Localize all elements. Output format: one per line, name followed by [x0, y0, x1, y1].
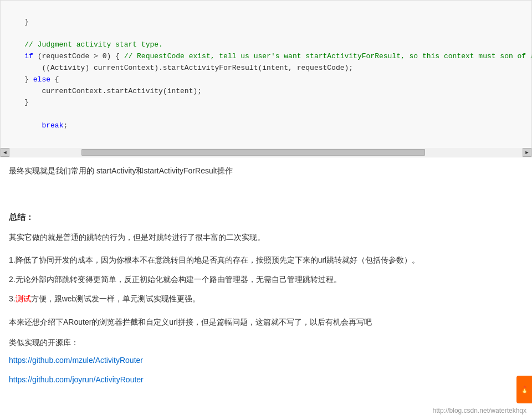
- scroll-thumb[interactable]: [81, 149, 425, 156]
- open-source-label: 类似实现的开源库：: [9, 338, 523, 348]
- code-block: } // Judgment activity start type. if (r…: [1, 1, 531, 148]
- code-section: } // Judgment activity start type. if (r…: [0, 0, 532, 157]
- point-1: 1.降低了协同开发的成本，因为你根本不在意跳转目的地是否真的存在，按照预先定下来…: [9, 253, 523, 267]
- link-2[interactable]: https://github.com/joyrun/ActivityRouter: [9, 373, 523, 387]
- section-intro: 其实它做的就是普通的跳转的行为，但是对跳转进行了很丰富的二次实现。: [9, 231, 523, 244]
- scrollbar-container[interactable]: ◄ ►: [1, 148, 531, 157]
- scroll-right-button[interactable]: ►: [523, 148, 531, 157]
- point-2: 2.无论外部内部跳转变得更简单，反正初始化就会构建一个路由管理器，无需自己管理跳…: [9, 273, 523, 286]
- point-1-text: 1.降低了协同开发的成本，因为你根本不在意跳转目的地是否真的存在，按照预先定下来…: [9, 255, 420, 264]
- point-2-text: 2.无论外部内部跳转变得更简单，反正初始化就会构建一个路由管理器，无需自己管理跳…: [9, 275, 341, 284]
- scroll-right-icon: ►: [525, 150, 530, 155]
- section-title: 总结：: [9, 212, 523, 223]
- scroll-track[interactable]: [9, 148, 523, 157]
- csdn-icon-label: 🔥: [520, 386, 529, 393]
- page-container: } // Judgment activity start type. if (r…: [0, 0, 532, 403]
- content-area: 最终实现就是我们常用的 startActivity和startActivityF…: [0, 157, 532, 404]
- point-3-highlight: 测试: [16, 294, 31, 303]
- point-3-prefix: 3.: [9, 294, 16, 303]
- extra-note: 本来还想介绍下ARouter的浏览器拦截和自定义url拼接，但是篇幅问题，这篇就…: [9, 315, 523, 329]
- scroll-left-icon: ◄: [3, 150, 8, 155]
- csdn-icon[interactable]: 🔥: [516, 376, 532, 403]
- point-3-suffix: 方便，跟web测试发一样，单元测试实现性更强。: [31, 294, 201, 303]
- scroll-left-button[interactable]: ◄: [1, 148, 9, 157]
- link-1[interactable]: https://github.com/mzule/ActivityRouter: [9, 354, 523, 367]
- summary-text: 最终实现就是我们常用的 startActivity和startActivityF…: [9, 164, 523, 178]
- point-3: 3.测试方便，跟web测试发一样，单元测试实现性更强。: [9, 292, 523, 306]
